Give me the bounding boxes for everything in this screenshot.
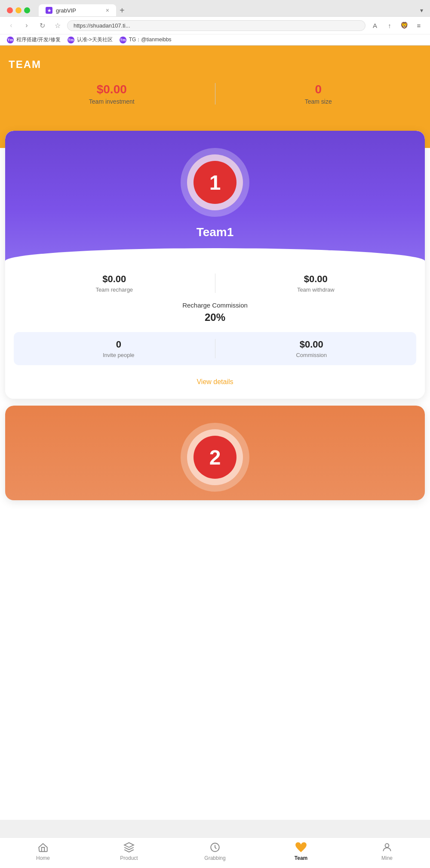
team-investment-label: Team investment [9,98,215,105]
team1-recharge-value: $0.00 [14,274,215,285]
team1-level-number: 1 [209,171,221,194]
team-size-value: 0 [215,83,422,96]
team1-commission-section: Recharge Commission 20% [14,302,416,323]
bookmark-3-icon: Tm [120,37,126,43]
view-details-link[interactable]: View details [197,378,233,385]
nav-team-label: Team [295,855,307,861]
bookmark-item-2[interactable]: Tm 认准->天美社区 [68,36,113,43]
team1-invite-value: 0 [22,339,215,350]
tab-favicon-icon: ★ [46,7,52,14]
bookmark-3-label: TG：@tianmeibbs [129,36,172,43]
nav-item-grabbing[interactable]: Grabbing [172,841,258,861]
bookmark-2-label: 认准->天美社区 [77,36,113,43]
team1-level-badge-inner: 1 [194,161,236,204]
bookmark-1-label: 程序搭建/开发/修复 [16,36,61,43]
active-tab[interactable]: ★ grabVIP × [39,4,116,16]
minimize-window-button[interactable] [15,7,22,13]
grabbing-icon [209,841,221,853]
team1-invite-commission-row: 0 Invite people $0.00 Commission [14,332,416,365]
team1-withdraw-stat: $0.00 Team withdraw [215,274,417,293]
team1-commission-earned-label: Commission [215,352,408,358]
team2-level-number: 2 [209,446,221,469]
team1-recharge-label: Team recharge [14,286,215,293]
team-size-stat: 0 Team size [215,83,422,105]
traffic-lights [7,7,30,13]
nav-item-mine[interactable]: Mine [344,841,430,861]
team-icon [295,841,307,853]
team1-card-header: 1 Team1 [5,131,425,261]
bookmark-2-icon: Tm [68,37,74,43]
nav-product-label: Product [120,855,138,861]
team1-commission-value: 20% [14,311,416,323]
bottom-nav: Home Product Grabbing Team [0,837,430,868]
forward-button[interactable]: › [21,19,33,31]
team1-recharge-withdraw-row: $0.00 Team recharge $0.00 Team withdraw [14,274,416,293]
bookmark-1-icon: Tm [7,37,14,43]
bookmark-button[interactable]: ☆ [52,19,64,31]
bookmark-item-3[interactable]: Tm TG：@tianmeibbs [120,36,172,43]
team-investment-value: $0.00 [9,83,215,96]
nav-item-team[interactable]: Team [258,841,344,861]
team1-invite-label: Invite people [22,352,215,358]
team1-commission-earned-stat: $0.00 Commission [215,339,408,358]
maximize-window-button[interactable] [24,7,30,13]
team1-recharge-stat: $0.00 Team recharge [14,274,215,293]
nav-bar: ‹ › ↻ ☆ https://shuadan107.ti... A ↑ 🦁 ≡ [0,16,430,34]
home-icon [37,841,49,853]
team1-withdraw-label: Team withdraw [215,286,417,293]
team1-card: 1 Team1 $0.00 Team recharge $0.00 Team w… [5,131,425,399]
team1-invite-stat: 0 Invite people [22,339,215,358]
team1-commission-label: Recharge Commission [14,302,416,309]
bookmark-item-1[interactable]: Tm 程序搭建/开发/修复 [7,36,61,43]
translate-icon[interactable]: A [369,19,381,31]
team1-level-badge-outer: 1 [181,148,249,217]
app-container: TEAM $0.00 Team investment 0 Team size 1 [0,46,430,820]
team1-commission-earned-value: $0.00 [215,339,408,350]
nav-home-label: Home [36,855,50,861]
url-bar[interactable]: https://shuadan107.ti... [67,20,366,31]
nav-item-home[interactable]: Home [0,841,86,861]
brave-shield-icon[interactable]: 🦁 [398,19,410,31]
menu-icon[interactable]: ≡ [413,19,425,31]
team1-view-details[interactable]: View details [14,374,416,390]
team2-level-badge-outer: 2 [181,423,249,492]
nav-item-product[interactable]: Product [86,841,172,861]
tab-close-icon[interactable]: × [106,7,109,14]
hero-title: TEAM [9,58,421,71]
bookmarks-bar: Tm 程序搭建/开发/修复 Tm 认准->天美社区 Tm TG：@tianmei… [0,34,430,45]
mine-icon [381,841,393,853]
tab-title: grabVIP [56,7,76,14]
team-investment-stat: $0.00 Team investment [9,83,215,105]
new-tab-button[interactable]: + [120,6,125,15]
team2-card-header: 2 [5,406,425,500]
nav-grabbing-label: Grabbing [204,855,225,861]
team1-card-body: $0.00 Team recharge $0.00 Team withdraw … [5,261,425,399]
product-icon [123,841,135,853]
team-size-label: Team size [215,98,422,105]
nav-actions: A ↑ 🦁 ≡ [369,19,425,31]
team2-level-badge-middle: 2 [187,429,243,485]
refresh-button[interactable]: ↻ [36,19,48,31]
share-icon[interactable]: ↑ [384,19,396,31]
tab-more-button[interactable]: ▾ [420,7,423,14]
nav-mine-label: Mine [381,855,393,861]
close-window-button[interactable] [7,7,13,13]
url-text: https://shuadan107.ti... [74,22,359,29]
team2-card: 2 [5,406,425,500]
team1-withdraw-value: $0.00 [215,274,417,285]
team1-level-badge-middle: 1 [187,154,243,210]
team1-title: Team1 [14,225,416,239]
hero-stats: $0.00 Team investment 0 Team size [9,83,421,105]
back-button[interactable]: ‹ [5,19,17,31]
browser-chrome: ★ grabVIP × + ▾ ‹ › ↻ ☆ https://shuadan1… [0,0,430,46]
svg-point-1 [385,843,389,847]
team2-level-badge-inner: 2 [194,436,236,479]
